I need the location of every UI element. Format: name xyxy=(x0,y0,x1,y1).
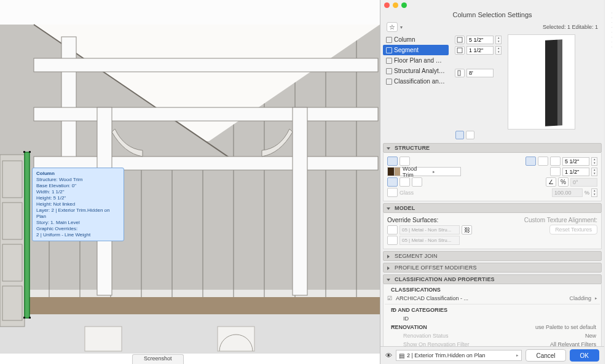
nav-column[interactable]: Column xyxy=(383,34,449,45)
w2-icon xyxy=(550,157,561,166)
svg-rect-39 xyxy=(458,71,460,76)
svg-rect-28 xyxy=(2,161,22,198)
glass-label: Glass xyxy=(399,190,414,196)
renovation-header[interactable]: RENOVATION xyxy=(391,324,427,330)
height-icon xyxy=(455,69,465,77)
ok-button[interactable]: OK xyxy=(570,349,599,362)
favorites-button[interactable]: ☆ xyxy=(387,22,398,32)
classification-value[interactable]: Cladding xyxy=(569,295,595,301)
svg-rect-36 xyxy=(29,317,31,319)
settings-panel: Column Selection Settings ☆ ▾ Selected: … xyxy=(380,0,604,364)
segment-tab-a[interactable] xyxy=(455,131,464,139)
angle-icon: ∠ xyxy=(546,177,556,187)
depth-icon xyxy=(455,46,465,55)
svg-rect-29 xyxy=(2,203,22,239)
tooltip-title: Column xyxy=(36,171,120,177)
svg-rect-38 xyxy=(457,48,462,53)
w2-stepper[interactable]: ▴▾ xyxy=(591,157,597,166)
nav-structural-analytical[interactable]: Structural Analytical Parame... xyxy=(383,66,449,76)
nav-floor-plan[interactable]: Floor Plan and Section xyxy=(383,55,449,66)
height-input[interactable] xyxy=(466,69,494,77)
classification-system-label: ARCHICAD Classification - ... xyxy=(396,295,468,301)
window-controls xyxy=(380,0,604,10)
layer-name: 2 | Exterior Trim.Hidden on Plan xyxy=(407,352,514,358)
window-title: Column Selection Settings xyxy=(380,10,604,22)
percent-icon: % xyxy=(558,177,569,187)
depth-input[interactable] xyxy=(466,46,494,55)
section-classification-properties[interactable]: CLASSIFICATION AND PROPERTIES xyxy=(383,274,602,284)
surface-top-picker[interactable]: 05 | Metal - Non Stru... xyxy=(399,225,460,234)
veneer-a-icon[interactable] xyxy=(387,177,398,187)
close-window-icon[interactable] xyxy=(384,2,390,8)
width-stepper[interactable]: ▴▾ xyxy=(495,36,502,44)
veneer-c-icon[interactable] xyxy=(412,177,422,187)
nav-segment[interactable]: Segment xyxy=(383,45,449,55)
cross-section-rect-icon[interactable] xyxy=(387,157,398,166)
eye-icon[interactable]: 👁 xyxy=(385,352,392,359)
panel-scroll[interactable]: STRUCTURE ▴▾ Wood Trim ▸ xyxy=(380,141,604,346)
layer-icon: ▤ xyxy=(399,352,404,359)
right-edge-strip: · · · · · · · · xyxy=(604,0,614,364)
classifications-header: CLASSIFICATIONS xyxy=(385,285,600,294)
link-surfaces-icon[interactable]: ⛓ xyxy=(462,225,472,234)
favorites-dropdown-icon[interactable]: ▾ xyxy=(400,25,403,30)
svg-rect-19 xyxy=(61,37,76,160)
settings-nav: Column Segment Floor Plan and Section St… xyxy=(380,34,451,130)
reset-textures-button: Reset Textures xyxy=(549,225,597,234)
preview-3d[interactable] xyxy=(508,34,575,130)
id-categories-header[interactable]: ID AND CATEGORIES xyxy=(391,307,447,313)
d2-stepper[interactable]: ▴▾ xyxy=(591,168,597,176)
svg-rect-34 xyxy=(29,151,31,153)
dim-mode-a-icon[interactable] xyxy=(525,157,536,166)
material-name: Wood Trim xyxy=(400,166,430,178)
override-surfaces-label: Override Surfaces: xyxy=(387,217,438,223)
svg-rect-33 xyxy=(23,151,25,153)
svg-rect-35 xyxy=(23,317,25,319)
minimize-window-icon[interactable] xyxy=(393,2,398,8)
surface-top-icon[interactable] xyxy=(387,225,398,234)
bottom-tab[interactable]: Screenshot xyxy=(132,354,184,364)
dim-mode-b-icon[interactable] xyxy=(538,157,548,166)
svg-rect-24 xyxy=(293,107,307,295)
svg-rect-30 xyxy=(2,244,22,281)
width-icon xyxy=(455,36,465,44)
depth2-input[interactable] xyxy=(562,168,589,176)
depth-stepper[interactable]: ▴▾ xyxy=(495,46,502,55)
svg-rect-21 xyxy=(34,107,378,121)
selection-info: Selected: 1 Editable: 1 xyxy=(543,24,598,30)
bottom-strip: Screenshot xyxy=(0,353,380,364)
nav-classification[interactable]: Classification and Properties xyxy=(383,76,449,87)
chevron-right-icon: ▸ xyxy=(430,169,460,174)
section-structure[interactable]: STRUCTURE xyxy=(383,143,602,153)
section-segment-join[interactable]: SEGMENT JOIN xyxy=(383,251,602,261)
width-input[interactable] xyxy=(466,36,494,44)
id-row[interactable]: ID xyxy=(385,314,600,323)
svg-rect-26 xyxy=(218,327,254,351)
cross-section-circle-icon[interactable] xyxy=(399,157,410,166)
surface-side-picker[interactable]: 05 | Metal - Non Stru... xyxy=(399,236,460,245)
section-model[interactable]: MODEL xyxy=(383,203,602,213)
svg-rect-2 xyxy=(0,314,380,353)
section-profile-offset[interactable]: PROFILE OFFSET MODIFIERS xyxy=(383,263,602,273)
d2-icon xyxy=(550,167,561,176)
material-picker[interactable]: Wood Trim ▸ xyxy=(387,167,461,176)
zoom-window-icon[interactable] xyxy=(401,2,407,8)
veneer-b-icon[interactable] xyxy=(399,177,410,187)
panel-footer: 👁 ▤ 2 | Exterior Trim.Hidden on Plan ▸ C… xyxy=(380,346,604,364)
svg-marker-15 xyxy=(0,0,380,25)
chevron-right-icon[interactable]: ▸ xyxy=(595,296,600,301)
svg-rect-31 xyxy=(2,286,22,320)
svg-rect-1 xyxy=(0,297,380,314)
checkbox-icon[interactable]: ☑ xyxy=(387,295,392,301)
segment-tab-b[interactable] xyxy=(466,131,474,139)
cancel-button[interactable]: Cancel xyxy=(525,349,565,362)
glass-swatch-icon xyxy=(387,188,398,197)
pct-stepper: ▴▾ xyxy=(591,188,597,197)
svg-rect-25 xyxy=(85,327,122,351)
svg-rect-37 xyxy=(457,37,462,42)
layer-picker[interactable]: ▤ 2 | Exterior Trim.Hidden on Plan ▸ xyxy=(396,350,522,361)
info-tooltip: Column Structure: Wood TrimBase Elevatio… xyxy=(32,168,124,241)
width2-input[interactable] xyxy=(562,157,589,166)
percent-input xyxy=(552,188,583,197)
surface-side-icon[interactable] xyxy=(387,236,398,245)
